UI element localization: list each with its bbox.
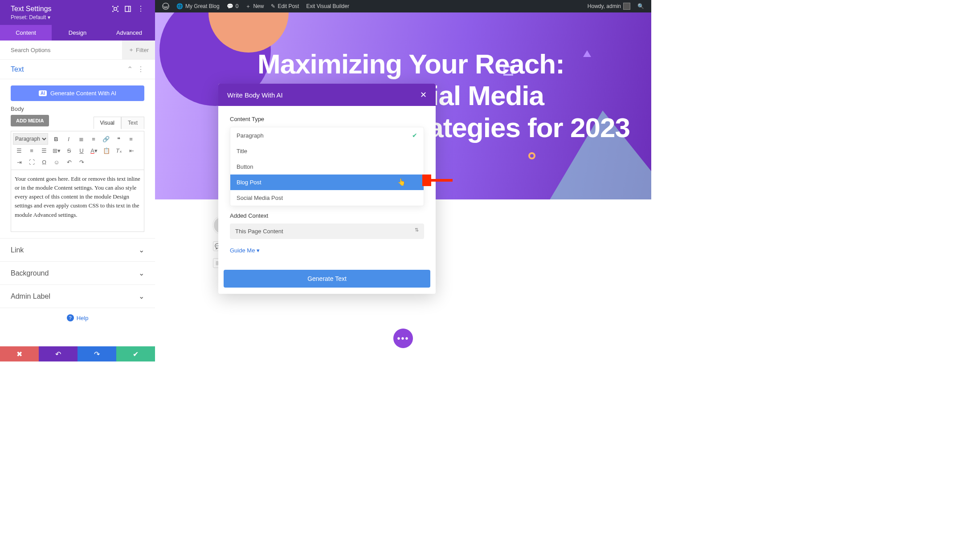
expand-icon[interactable] xyxy=(112,6,118,12)
avatar-icon xyxy=(623,3,630,10)
align-right-icon[interactable]: ≡ xyxy=(25,145,38,156)
kebab-menu-icon[interactable]: ⋮ xyxy=(137,4,144,13)
underline-icon[interactable]: U xyxy=(75,145,88,156)
sidebar-header: Text Settings ⋮ Preset: Default ▾ xyxy=(0,0,155,25)
content-type-option-social[interactable]: Social Media Post xyxy=(230,190,424,206)
text-section-label: Text xyxy=(11,65,24,73)
pencil-icon: ✎ xyxy=(271,3,275,9)
builder-fab-button[interactable]: ••• xyxy=(393,329,413,348)
generate-text-button[interactable]: Generate Text xyxy=(224,270,430,288)
guide-me-toggle[interactable]: Guide Me ▾ xyxy=(230,247,424,254)
editor-tab-visual[interactable]: Visual xyxy=(94,117,121,129)
tab-advanced[interactable]: Advanced xyxy=(103,25,155,41)
comments-link[interactable]: 💬0 xyxy=(223,0,242,12)
filter-label: Filter xyxy=(136,47,149,53)
new-link[interactable]: ＋New xyxy=(242,0,267,12)
svg-rect-1 xyxy=(114,8,117,10)
align-justify-icon[interactable]: ☰ xyxy=(38,145,50,156)
align-center-icon[interactable]: ☰ xyxy=(13,145,25,156)
chevron-down-icon: ⌄ xyxy=(139,246,144,254)
howdy-label: Howdy, admin xyxy=(588,3,621,9)
text-color-icon[interactable]: A▾ xyxy=(88,145,100,156)
content-type-option-title[interactable]: Title xyxy=(230,143,424,159)
undo-button[interactable]: ↶ xyxy=(39,346,78,361)
howdy-user-link[interactable]: Howdy, admin xyxy=(584,0,634,12)
option-label: Title xyxy=(237,148,247,154)
generate-content-ai-button[interactable]: AI Generate Content With AI xyxy=(11,85,144,101)
site-name-link[interactable]: 🌐My Great Blog xyxy=(173,0,223,12)
quote-icon[interactable]: ❝ xyxy=(112,133,125,145)
redo-button[interactable]: ↷ xyxy=(78,346,116,361)
filter-button[interactable]: ＋Filter xyxy=(122,41,155,59)
tab-design[interactable]: Design xyxy=(52,25,103,41)
numbered-list-icon[interactable]: ≡ xyxy=(87,133,100,145)
content-type-option-blog-post[interactable]: Blog Post xyxy=(230,175,424,190)
tab-content[interactable]: Content xyxy=(0,25,52,41)
indent-right-icon[interactable]: ⇥ xyxy=(13,156,25,168)
clear-format-icon[interactable]: Tₓ xyxy=(113,145,125,156)
body-editor[interactable]: Your content goes here. Edit or remove t… xyxy=(11,170,144,232)
undo-icon[interactable]: ↶ xyxy=(63,156,75,168)
added-context-select[interactable]: This Page Content xyxy=(230,223,424,239)
layout-icon[interactable] xyxy=(125,6,131,12)
special-char-icon[interactable]: Ω xyxy=(38,156,50,168)
chevron-down-icon: ⌄ xyxy=(139,292,144,300)
decorative-ring xyxy=(528,152,535,159)
background-section-toggle[interactable]: Background⌄ xyxy=(0,261,155,284)
annotation-arrow-icon xyxy=(422,175,453,186)
edit-post-link[interactable]: ✎Edit Post xyxy=(267,0,302,12)
modal-header: Write Body With AI ✕ xyxy=(218,84,436,106)
preset-dropdown[interactable]: Preset: Default ▾ xyxy=(11,14,144,20)
admin-label-section-toggle[interactable]: Admin Label⌄ xyxy=(0,284,155,308)
option-label: Button xyxy=(237,163,253,170)
globe-icon: 🌐 xyxy=(176,3,183,9)
wp-logo-icon[interactable] xyxy=(159,0,173,12)
help-link[interactable]: ?Help xyxy=(0,308,155,328)
bold-icon[interactable]: B xyxy=(50,133,62,145)
kebab-icon[interactable]: ⋮ xyxy=(137,65,144,73)
search-input[interactable] xyxy=(0,41,122,59)
save-button[interactable]: ✔ xyxy=(116,346,155,361)
align-left-icon[interactable]: ≡ xyxy=(125,133,137,145)
exit-visual-builder-link[interactable]: Exit Visual Builder xyxy=(302,0,353,12)
bullet-list-icon[interactable]: ≣ xyxy=(75,133,87,145)
site-name-label: My Great Blog xyxy=(185,3,220,9)
edit-post-label: Edit Post xyxy=(278,3,299,9)
content-type-dropdown[interactable]: Paragraph✔ Title Button Blog Post Social… xyxy=(230,127,424,206)
plus-icon: ＋ xyxy=(128,46,134,54)
undo-icon: ↶ xyxy=(55,350,61,358)
plus-icon: ＋ xyxy=(245,3,251,10)
add-media-button[interactable]: ADD MEDIA xyxy=(11,115,49,126)
close-icon: ✕ xyxy=(420,90,427,99)
paragraph-format-select[interactable]: Paragraph xyxy=(13,133,48,145)
modal-close-button[interactable]: ✕ xyxy=(420,90,427,100)
content-type-option-paragraph[interactable]: Paragraph✔ xyxy=(230,127,424,143)
fullscreen-icon[interactable]: ⛶ xyxy=(25,156,38,168)
table-icon[interactable]: ⊞▾ xyxy=(50,145,63,156)
editor-tab-text[interactable]: Text xyxy=(121,117,144,129)
check-icon: ✔ xyxy=(133,350,139,358)
ai-modal: Write Body With AI ✕ Content Type Paragr… xyxy=(218,84,436,294)
search-icon[interactable]: 🔍 xyxy=(634,0,648,12)
text-section-toggle[interactable]: Text ⌃⋮ xyxy=(11,65,144,73)
chevron-down-icon: ⌄ xyxy=(139,269,144,277)
content-type-option-button[interactable]: Button xyxy=(230,159,424,175)
settings-sidebar: Text Settings ⋮ Preset: Default ▾ Conten… xyxy=(0,0,155,361)
italic-icon[interactable]: I xyxy=(62,133,75,145)
link-section-toggle[interactable]: Link⌄ xyxy=(0,238,155,261)
cancel-button[interactable]: ✖ xyxy=(0,346,39,361)
strikethrough-icon[interactable]: S xyxy=(63,145,75,156)
emoji-icon[interactable]: ☺ xyxy=(50,156,63,168)
redo-icon[interactable]: ↷ xyxy=(75,156,88,168)
link-icon[interactable]: 🔗 xyxy=(100,133,112,145)
help-icon: ? xyxy=(67,314,74,321)
sidebar-tabs: Content Design Advanced xyxy=(0,25,155,41)
comments-count: 0 xyxy=(236,3,239,9)
check-icon: ✔ xyxy=(412,132,417,139)
indent-left-icon[interactable]: ⇤ xyxy=(125,145,138,156)
paste-icon[interactable]: 📋 xyxy=(100,145,113,156)
svg-rect-2 xyxy=(125,6,131,12)
modal-title: Write Body With AI xyxy=(227,91,283,99)
redo-icon: ↷ xyxy=(94,350,100,358)
close-icon: ✖ xyxy=(16,350,22,358)
